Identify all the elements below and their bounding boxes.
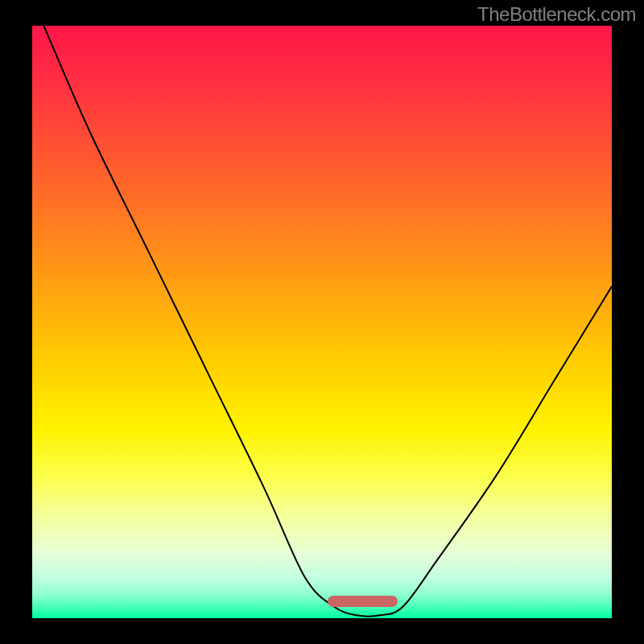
plot-area bbox=[32, 26, 612, 618]
bottleneck-curve bbox=[43, 26, 612, 617]
watermark-text: TheBottleneck.com bbox=[477, 3, 636, 26]
curve-layer bbox=[32, 26, 612, 618]
optimal-range-marker bbox=[328, 596, 397, 607]
